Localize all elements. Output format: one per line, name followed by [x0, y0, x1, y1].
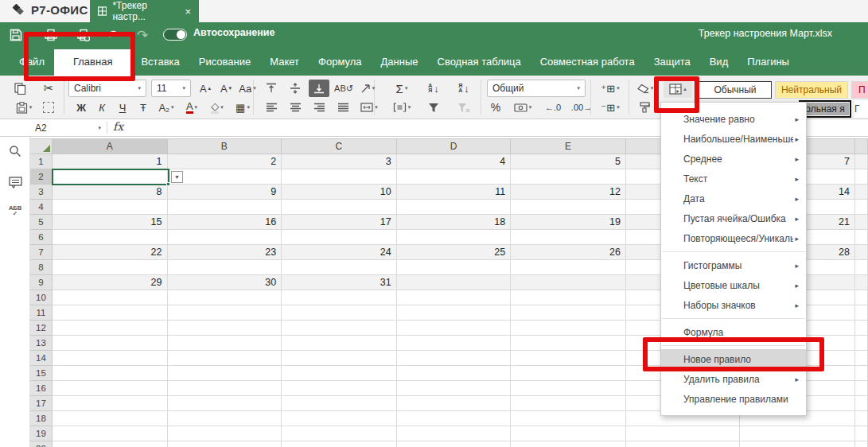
row-header-13[interactable]: 13 — [30, 336, 53, 351]
cell-E13[interactable] — [511, 336, 626, 351]
cell-style-bad-partial[interactable]: П — [851, 81, 868, 99]
cell-B17[interactable] — [168, 396, 282, 411]
cell-A10[interactable] — [53, 290, 168, 305]
justify-button[interactable] — [333, 99, 353, 116]
cell-B18[interactable] — [168, 411, 282, 426]
cell-A9[interactable]: 29 — [53, 275, 168, 290]
align-top-button[interactable] — [261, 80, 282, 97]
cell-D12[interactable] — [397, 321, 512, 336]
cell-E10[interactable] — [511, 290, 626, 305]
cell-E16[interactable] — [511, 381, 626, 396]
underline-button[interactable]: Ч — [113, 99, 132, 116]
cell-B10[interactable] — [168, 290, 282, 305]
cell-H19[interactable] — [855, 426, 868, 441]
cell-D6[interactable] — [397, 230, 512, 245]
subscript-button[interactable]: A₂▾ — [154, 99, 178, 116]
insert-cells-button[interactable]: ⁺⊞▾ — [595, 80, 625, 97]
row-header-20[interactable]: 20 — [30, 441, 53, 447]
cell-H12[interactable] — [855, 321, 868, 336]
cell-C14[interactable] — [282, 351, 397, 366]
save-button[interactable] — [10, 28, 22, 42]
cell-B2[interactable] — [168, 169, 282, 185]
spellcheck-icon[interactable]: АБВ✓ — [7, 203, 23, 219]
cell-H5[interactable] — [855, 215, 868, 230]
cell-D15[interactable] — [397, 366, 512, 381]
cell-C17[interactable] — [282, 396, 397, 411]
select-tool-button[interactable] — [38, 99, 59, 116]
row-header-2[interactable]: 2 — [30, 169, 53, 185]
insert-function-button[interactable]: fx — [113, 120, 123, 133]
cell-style-normal[interactable]: Обычный — [699, 81, 772, 99]
row-header-5[interactable]: 5 — [30, 215, 53, 230]
cell-D17[interactable] — [397, 396, 512, 411]
cell-C12[interactable] — [282, 321, 397, 336]
cell-D8[interactable] — [397, 260, 512, 275]
cell-B6[interactable] — [168, 230, 282, 245]
autosave-toggle[interactable] — [163, 29, 187, 41]
cell-H6[interactable] — [855, 230, 868, 245]
cell-B5[interactable]: 16 — [168, 215, 282, 230]
text-orientation-button[interactable]: АВ↺ — [331, 80, 356, 97]
cell-H3[interactable] — [855, 185, 868, 200]
cell-C3[interactable]: 10 — [282, 185, 397, 200]
column-header-C[interactable]: C — [282, 138, 397, 154]
text-direction-button[interactable]: ▾ — [356, 80, 379, 97]
row-header-16[interactable]: 16 — [30, 381, 53, 396]
cell-B11[interactable] — [168, 305, 282, 321]
strikethrough-button[interactable]: Ŧ — [134, 99, 153, 116]
paste-button[interactable]: ▾ — [10, 99, 38, 116]
menu-item-Текст[interactable]: Текст▸ — [661, 169, 806, 189]
cell-C9[interactable]: 31 — [282, 275, 397, 290]
cell-E17[interactable] — [511, 396, 626, 411]
cell-C1[interactable]: 3 — [282, 154, 397, 169]
cell-style-next-partial[interactable]: Г — [854, 100, 868, 118]
menu-tab-Данные[interactable]: Данные — [372, 49, 428, 76]
change-case-button[interactable]: Aa▾ — [235, 80, 259, 97]
cell-C2[interactable] — [282, 169, 397, 185]
font-color-button[interactable]: А▾ — [180, 99, 204, 116]
row-header-8[interactable]: 8 — [30, 260, 53, 275]
named-ranges-button[interactable]: ▾ — [388, 99, 415, 116]
cell-D5[interactable]: 18 — [397, 215, 512, 230]
align-bottom-button[interactable] — [309, 80, 329, 97]
cell-H10[interactable] — [855, 290, 868, 305]
cell-E8[interactable] — [511, 260, 626, 275]
comments-icon[interactable] — [7, 174, 23, 190]
fill-handle[interactable] — [166, 182, 170, 186]
cell-A4[interactable] — [53, 200, 168, 215]
cell-A12[interactable] — [53, 321, 168, 336]
cell-B20[interactable] — [168, 441, 282, 447]
menu-item-Гистограммы[interactable]: Гистограммы▸ — [661, 255, 806, 275]
cell-C7[interactable]: 24 — [282, 245, 397, 260]
filter-button[interactable] — [422, 99, 446, 116]
column-header-B[interactable]: B — [168, 138, 282, 154]
cell-D19[interactable] — [397, 426, 512, 441]
decrease-decimal-button[interactable]: ←.0 — [539, 99, 566, 116]
cell-G20[interactable] — [740, 441, 855, 447]
cell-D18[interactable] — [397, 411, 512, 426]
cell-A19[interactable] — [53, 426, 168, 441]
align-middle-button[interactable] — [285, 80, 306, 97]
cell-B19[interactable] — [168, 426, 282, 441]
menu-tab-Рисование[interactable]: Рисование — [189, 49, 260, 76]
align-left-button[interactable] — [261, 99, 282, 116]
cell-H17[interactable] — [855, 396, 868, 411]
cell-D7[interactable]: 25 — [397, 245, 512, 260]
cell-A18[interactable] — [53, 411, 168, 426]
column-header-A[interactable]: A — [53, 138, 168, 154]
menu-tab-Плагины[interactable]: Плагины — [738, 49, 799, 76]
cell-C18[interactable] — [282, 411, 397, 426]
bold-button[interactable]: Ж — [72, 99, 91, 116]
cell-H8[interactable] — [855, 260, 868, 275]
cell-A13[interactable] — [53, 336, 168, 351]
cell-B3[interactable]: 9 — [168, 185, 282, 200]
cell-H15[interactable] — [855, 366, 868, 381]
cell-E7[interactable]: 26 — [511, 245, 626, 260]
row-header-1[interactable]: 1 — [30, 154, 53, 169]
menu-item-Дата[interactable]: Дата▸ — [661, 189, 806, 208]
autofilter-dropdown-button[interactable]: ▼ — [171, 171, 183, 183]
cell-E18[interactable] — [511, 411, 626, 426]
sort-descending-button[interactable]: ЯА ↓ — [452, 80, 476, 97]
cell-H16[interactable] — [855, 381, 868, 396]
cell-A15[interactable] — [53, 366, 168, 381]
